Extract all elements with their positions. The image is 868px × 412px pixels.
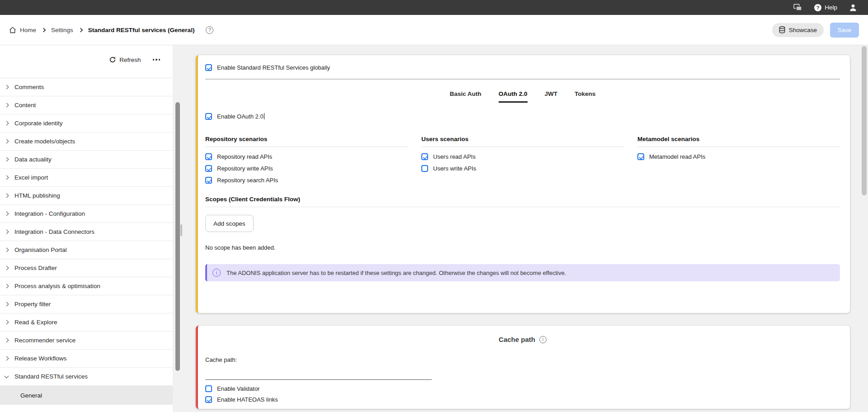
help-button[interactable]: ? Help bbox=[814, 4, 837, 11]
sidebar-item-read-explore[interactable]: Read & Explore bbox=[0, 313, 173, 331]
checkbox-icon bbox=[205, 153, 212, 160]
scenario-columns: Repository scenarios Repository read API… bbox=[205, 136, 840, 184]
metamodel-read-apis-checkbox[interactable]: Metamodel read APIs bbox=[637, 153, 840, 160]
sidebar-item-corporate-identity[interactable]: Corporate identity bbox=[0, 114, 173, 132]
column-heading: Metamodel scenarios bbox=[637, 136, 840, 142]
restart-notice-banner: i The ADONIS application server has to b… bbox=[205, 264, 840, 281]
windows-icon[interactable] bbox=[793, 4, 802, 11]
tab-jwt[interactable]: JWT bbox=[545, 90, 558, 103]
refresh-label: Refresh bbox=[119, 57, 141, 63]
breadcrumb-separator-icon bbox=[78, 28, 83, 32]
sidebar-item-process-drafter[interactable]: Process Drafter bbox=[0, 259, 173, 277]
sidebar-item-release-workflows[interactable]: Release Workflows bbox=[0, 349, 173, 367]
breadcrumb-home[interactable]: Home bbox=[9, 27, 36, 33]
refresh-icon bbox=[109, 57, 116, 63]
breadcrumb: Home Settings Standard RESTful services … bbox=[9, 26, 213, 34]
sidebar-actions: Refresh bbox=[0, 45, 173, 74]
sidebar-item-comments[interactable]: Comments bbox=[0, 78, 173, 96]
sidebar-resize-handle[interactable] bbox=[180, 224, 182, 236]
save-button[interactable]: Save bbox=[830, 23, 859, 38]
enable-validator-checkbox[interactable]: Enable Validator bbox=[205, 385, 840, 392]
cache-path-title: Cache path bbox=[499, 336, 535, 343]
breadcrumb-separator-icon bbox=[42, 28, 46, 32]
users-read-apis-checkbox[interactable]: Users read APIs bbox=[421, 153, 624, 160]
scopes-empty-text: No scope has been added. bbox=[205, 244, 840, 251]
repository-search-apis-checkbox[interactable]: Repository search APIs bbox=[205, 177, 408, 184]
sidebar-item-standard-restful-services[interactable]: Standard RESTful services bbox=[0, 367, 173, 385]
checkbox-icon bbox=[205, 165, 212, 172]
sidebar-item-content[interactable]: Content bbox=[0, 96, 173, 114]
checkbox-icon bbox=[421, 165, 428, 172]
chevron-right-icon bbox=[5, 103, 9, 108]
enable-hateoas-links-checkbox[interactable]: Enable HATEOAS links bbox=[205, 396, 840, 403]
users-write-apis-checkbox[interactable]: Users write APIs bbox=[421, 165, 624, 172]
enable-oauth-checkbox[interactable]: Enable OAuth 2.0 bbox=[205, 113, 840, 120]
refresh-button[interactable]: Refresh bbox=[109, 57, 141, 63]
page-scrollbar-thumb[interactable] bbox=[862, 46, 867, 195]
repository-scenarios-column: Repository scenarios Repository read API… bbox=[205, 136, 408, 184]
cache-path-title-row: Cache path i bbox=[205, 336, 840, 343]
more-options-icon[interactable] bbox=[152, 56, 161, 63]
scopes-heading: Scopes (Client Credentials Flow) bbox=[205, 196, 840, 203]
enable-global-checkbox[interactable]: Enable Standard RESTful Services globall… bbox=[205, 64, 840, 71]
sidebar-scrollbar-thumb[interactable] bbox=[175, 102, 180, 371]
info-icon: i bbox=[212, 269, 221, 277]
content-area: Refresh Comments Content Corporate ident… bbox=[0, 45, 868, 412]
tab-basic-auth[interactable]: Basic Auth bbox=[450, 90, 481, 103]
cache-path-input[interactable] bbox=[205, 371, 432, 380]
context-help-icon[interactable]: ? bbox=[206, 26, 213, 34]
checkbox-icon bbox=[205, 177, 212, 184]
sidebar-item-organisation-portal[interactable]: Organisation Portal bbox=[0, 241, 173, 259]
tab-oauth2[interactable]: OAuth 2.0 bbox=[499, 90, 528, 103]
cache-path-panel: Cache path i Cache path: Enable Validato… bbox=[196, 326, 850, 409]
sidebar-item-data-actuality[interactable]: Data actuality bbox=[0, 150, 173, 168]
showcase-button[interactable]: Showcase bbox=[772, 23, 824, 37]
breadcrumb-settings[interactable]: Settings bbox=[51, 27, 73, 33]
checkbox-icon bbox=[205, 64, 212, 71]
checkbox-icon bbox=[421, 153, 428, 160]
checkbox-icon bbox=[205, 113, 212, 120]
sidebar-item-integration-data-connectors[interactable]: Integration - Data Connectors bbox=[0, 223, 173, 241]
sidebar-item-create-models-objects[interactable]: Create models/objects bbox=[0, 132, 173, 150]
repository-write-apis-checkbox[interactable]: Repository write APIs bbox=[205, 165, 408, 172]
checkbox-icon bbox=[205, 385, 212, 392]
users-scenarios-column: Users scenarios Users read APIs Users wr… bbox=[421, 136, 624, 184]
divider bbox=[637, 147, 840, 147]
user-icon[interactable] bbox=[849, 4, 857, 12]
header-actions: Showcase Save bbox=[772, 23, 859, 38]
sidebar-item-html-publishing[interactable]: HTML publishing bbox=[0, 186, 173, 204]
chevron-right-icon bbox=[5, 175, 9, 180]
add-scopes-button[interactable]: Add scopes bbox=[205, 215, 254, 232]
chevron-right-icon bbox=[5, 338, 9, 343]
column-heading: Users scenarios bbox=[421, 136, 624, 142]
notice-text: The ADONIS application server has to be … bbox=[226, 270, 566, 276]
sidebar-item-process-analysis-optimisation[interactable]: Process analysis & optimisation bbox=[0, 277, 173, 295]
chevron-right-icon bbox=[5, 139, 9, 144]
divider bbox=[421, 147, 624, 147]
cache-options: Enable Validator Enable HATEOAS links bbox=[205, 385, 840, 403]
repository-read-apis-checkbox[interactable]: Repository read APIs bbox=[205, 153, 408, 160]
chevron-right-icon bbox=[5, 356, 9, 361]
chevron-right-icon bbox=[5, 230, 9, 234]
breadcrumb-settings-label: Settings bbox=[51, 27, 73, 33]
info-icon[interactable]: i bbox=[539, 336, 547, 343]
tab-tokens[interactable]: Tokens bbox=[575, 90, 595, 103]
sidebar-item-general-selected[interactable]: General bbox=[0, 385, 173, 405]
chevron-right-icon bbox=[5, 194, 9, 198]
chevron-right-icon bbox=[5, 248, 9, 252]
chevron-right-icon bbox=[5, 266, 9, 270]
sidebar-item-recommender-service[interactable]: Recommender service bbox=[0, 331, 173, 349]
sidebar-item-property-filter[interactable]: Property filter bbox=[0, 295, 173, 313]
chevron-right-icon bbox=[5, 284, 9, 289]
checkbox-icon bbox=[205, 396, 212, 403]
chevron-right-icon bbox=[5, 302, 9, 307]
sidebar-item-excel-import[interactable]: Excel import bbox=[0, 168, 173, 186]
chevron-right-icon bbox=[5, 320, 9, 325]
chevron-right-icon bbox=[5, 121, 9, 126]
settings-sidebar: Refresh Comments Content Corporate ident… bbox=[0, 45, 173, 412]
help-label: Help bbox=[825, 4, 837, 11]
chevron-down-icon bbox=[5, 374, 9, 378]
sidebar-item-integration-configuration[interactable]: Integration - Configuration bbox=[0, 204, 173, 223]
help-question-icon: ? bbox=[814, 4, 821, 11]
chevron-right-icon bbox=[5, 157, 9, 162]
